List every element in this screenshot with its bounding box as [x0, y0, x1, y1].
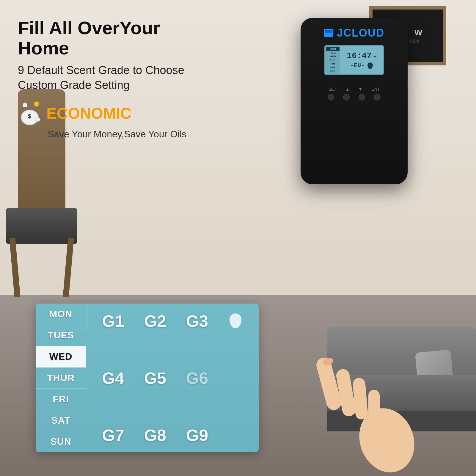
jcloud-device: JCLOUD MON TUES WED THU FRI SAT SUN 16:4… [301, 18, 408, 184]
day-sat-label: SAT [51, 415, 70, 426]
piggy-snout [34, 117, 40, 122]
couch [327, 327, 476, 431]
grades-row-1: G1 G2 G3 [92, 307, 253, 335]
grades-area: G1 G2 G3 G4 G5 G6 G7 G8 G9 [86, 304, 259, 452]
coin-icon: $ [34, 101, 39, 107]
grade-g5[interactable]: G5 [144, 368, 166, 388]
lcd-days-column: MON TUES WED THU FRI SAT SUN [325, 46, 340, 74]
grade-g6[interactable]: G6 [186, 368, 208, 388]
day-sat[interactable]: SAT [36, 410, 86, 431]
day-wed[interactable]: WED [36, 346, 86, 367]
chair-leg-right [63, 238, 74, 298]
day-tues[interactable]: TUES [36, 325, 86, 346]
btn-set-label[interactable]: SET [329, 87, 337, 92]
grade-g7[interactable]: G7 [102, 425, 124, 445]
grade-g4[interactable]: G4 [102, 368, 124, 388]
grade-g8[interactable]: G8 [144, 425, 166, 445]
day-mon[interactable]: MON [36, 304, 86, 325]
grades-row-3: G7 G8 G9 [92, 421, 253, 449]
subheadline: 9 Default Scent Grade to Choose Custom G… [18, 63, 196, 92]
text-content: Fill All OverYour Home 9 Default Scent G… [18, 18, 196, 140]
day-thur[interactable]: THUR [36, 367, 86, 389]
lcd-day-mon: MON [326, 47, 340, 51]
economic-label: ECONOMIC [46, 104, 131, 122]
grade-g3[interactable]: G3 [186, 311, 208, 331]
day-wed-label: WED [49, 351, 73, 362]
btn-down-label[interactable]: ▼ [359, 87, 363, 92]
day-tues-label: TUES [48, 330, 74, 341]
lcd-main: 16:47 ↵ -EU- [340, 46, 383, 74]
lcd-day-wed: WED [326, 55, 340, 58]
grades-row-2: G4 G5 G6 [92, 364, 253, 392]
day-thur-label: THUR [47, 373, 75, 384]
save-label: Save Your Money,Save Your Oils [48, 129, 196, 140]
day-sun[interactable]: SUN [36, 431, 86, 452]
schedule-panel: MON TUES WED THUR FRI SAT SUN G1 G2 G3 [36, 304, 259, 452]
lcd-display: MON TUES WED THU FRI SAT SUN 16:47 ↵ -EU… [324, 45, 384, 75]
brand-name: JCLOUD [337, 27, 384, 39]
chair-leg-left [9, 238, 20, 298]
lcd-day-tues: TUES [326, 51, 340, 55]
day-fri-label: FRI [53, 394, 69, 405]
lcd-drop-icon [367, 62, 373, 69]
day-fri[interactable]: FRI [36, 389, 86, 410]
lcd-day-thu: THU [326, 58, 340, 62]
chair-seat [6, 208, 77, 244]
btn-ent-label[interactable]: ENT [371, 87, 380, 92]
device-controls: SET ▲ ▼ ENT [329, 87, 380, 92]
drop-shape [230, 313, 241, 328]
brand-icon [324, 29, 333, 37]
lcd-mode-display: -EU- [350, 62, 373, 69]
lcd-day-sun: SUN [326, 69, 340, 73]
couch-seat [327, 375, 476, 414]
piggy-ear [23, 103, 27, 107]
device-brand: JCLOUD [324, 27, 384, 39]
headline: Fill All OverYour Home [18, 18, 196, 58]
btn-set[interactable] [328, 94, 334, 100]
dollar-sign: $ [28, 113, 31, 120]
btn-up-label[interactable]: ▲ [345, 87, 350, 92]
lcd-day-fri: FRI [326, 62, 340, 65]
lcd-day-sat: SAT [326, 66, 340, 69]
piggy-bank-icon: $ $ [18, 101, 42, 125]
grade-g1[interactable]: G1 [102, 311, 124, 331]
lcd-time-display: 16:47 ↵ [347, 51, 376, 60]
days-column: MON TUES WED THUR FRI SAT SUN [36, 304, 86, 452]
economic-row: $ $ ECONOMIC [18, 101, 196, 125]
device-button-circles [328, 94, 381, 100]
btn-up[interactable] [343, 94, 350, 100]
btn-ent[interactable] [374, 94, 381, 100]
couch-base [327, 411, 476, 431]
grade-g9[interactable]: G9 [186, 425, 208, 445]
btn-down[interactable] [359, 94, 365, 100]
day-sun-label: SUN [50, 436, 71, 447]
grade-g2[interactable]: G2 [144, 311, 166, 331]
drop-icon [228, 312, 243, 330]
day-mon-label: MON [49, 309, 73, 320]
